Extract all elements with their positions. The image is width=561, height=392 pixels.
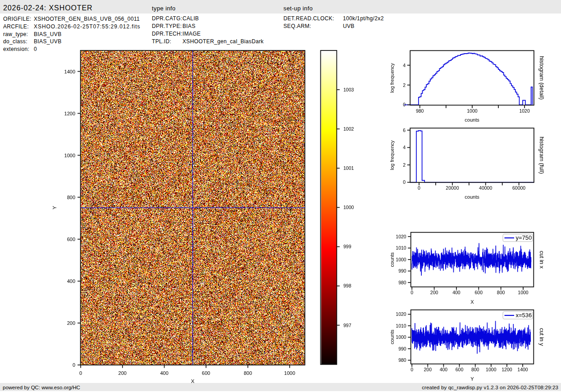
svg-text:800: 800 (497, 290, 505, 295)
svg-text:X: X (470, 299, 474, 305)
svg-text:980: 980 (416, 108, 424, 114)
svg-text:histogram (full): histogram (full) (538, 137, 545, 174)
svg-text:990: 990 (398, 268, 406, 273)
svg-text:600: 600 (456, 367, 464, 372)
svg-text:60000: 60000 (512, 185, 525, 191)
svg-text:1000: 1000 (396, 334, 406, 340)
svg-text:990: 990 (398, 346, 406, 351)
svg-text:1020: 1020 (519, 108, 530, 114)
svg-text:4: 4 (403, 145, 406, 150)
svg-text:40000: 40000 (479, 185, 492, 191)
svg-text:800: 800 (244, 370, 252, 376)
svg-text:1000: 1000 (518, 290, 529, 295)
svg-text:counts: counts (465, 117, 479, 123)
svg-text:0: 0 (403, 179, 406, 185)
svg-text:0: 0 (73, 362, 75, 368)
svg-text:1010: 1010 (396, 245, 406, 251)
svg-text:1001: 1001 (343, 165, 354, 171)
svg-text:0: 0 (79, 370, 82, 376)
svg-text:cut in y: cut in y (538, 328, 545, 346)
svg-text:400: 400 (440, 367, 448, 372)
svg-text:998: 998 (343, 283, 351, 288)
svg-text:0: 0 (410, 367, 413, 372)
svg-text:log frequency: log frequency (389, 63, 395, 93)
svg-text:200: 200 (430, 290, 438, 295)
svg-text:999: 999 (343, 244, 351, 249)
svg-text:600: 600 (67, 237, 75, 242)
svg-text:1000: 1000 (467, 108, 478, 114)
svg-text:600: 600 (202, 370, 210, 376)
svg-text:X: X (191, 378, 195, 384)
svg-text:600: 600 (475, 290, 483, 295)
svg-text:1000: 1000 (396, 257, 406, 262)
svg-text:1200: 1200 (64, 111, 75, 116)
svg-text:1000: 1000 (343, 205, 354, 210)
svg-text:0: 0 (418, 185, 420, 191)
svg-text:1003: 1003 (343, 87, 354, 92)
svg-text:2: 2 (403, 82, 406, 88)
svg-text:6: 6 (403, 128, 406, 133)
svg-text:cut in x: cut in x (538, 251, 545, 269)
svg-text:200: 200 (67, 320, 75, 326)
svg-text:log frequency: log frequency (389, 140, 395, 170)
svg-text:2: 2 (403, 162, 406, 168)
svg-text:1020: 1020 (396, 311, 406, 317)
svg-text:1400: 1400 (64, 69, 75, 74)
svg-text:1010: 1010 (396, 323, 406, 328)
svg-text:1400: 1400 (517, 367, 528, 372)
svg-text:800: 800 (471, 367, 479, 372)
svg-text:1020: 1020 (396, 234, 406, 239)
svg-text:0: 0 (410, 290, 413, 295)
svg-text:200: 200 (119, 370, 127, 376)
svg-text:x=536: x=536 (516, 312, 532, 319)
svg-text:4: 4 (403, 63, 406, 68)
svg-text:400: 400 (160, 370, 168, 376)
svg-text:997: 997 (343, 323, 351, 328)
svg-text:counts: counts (389, 252, 395, 267)
svg-text:1000: 1000 (64, 153, 75, 158)
svg-text:800: 800 (67, 195, 75, 200)
svg-text:1002: 1002 (343, 126, 354, 132)
svg-text:Y: Y (52, 206, 57, 210)
svg-text:400: 400 (67, 278, 75, 284)
svg-text:400: 400 (452, 290, 461, 295)
svg-text:1000: 1000 (486, 367, 497, 372)
svg-text:1200: 1200 (502, 367, 512, 372)
svg-text:y=750: y=750 (516, 234, 532, 241)
svg-text:Y: Y (470, 376, 474, 382)
svg-text:1000: 1000 (284, 370, 295, 376)
svg-text:0: 0 (403, 102, 406, 107)
svg-text:counts: counts (465, 194, 479, 200)
svg-text:980: 980 (398, 357, 406, 363)
svg-text:20000: 20000 (446, 185, 459, 191)
svg-text:counts: counts (389, 329, 395, 344)
svg-text:200: 200 (424, 367, 432, 372)
svg-text:980: 980 (398, 280, 406, 285)
svg-text:histogram (detail): histogram (detail) (538, 56, 545, 100)
